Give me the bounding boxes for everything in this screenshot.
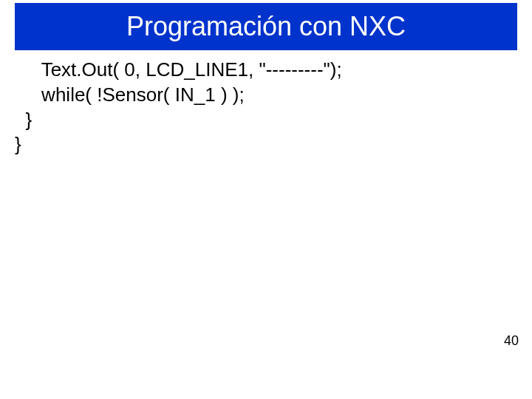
slide-title: Programación con NXC (126, 11, 406, 42)
code-line-3: } (15, 109, 32, 131)
code-line-2: while( !Sensor( IN_1 ) ); (15, 83, 245, 106)
page-number: 40 (504, 333, 519, 349)
code-block: Text.Out( 0, LCD_LINE1, "---------"); wh… (15, 58, 342, 157)
slide-title-bar: Programación con NXC (15, 3, 517, 50)
code-line-1: Text.Out( 0, LCD_LINE1, "---------"); (15, 58, 342, 81)
code-line-4: } (15, 133, 21, 155)
